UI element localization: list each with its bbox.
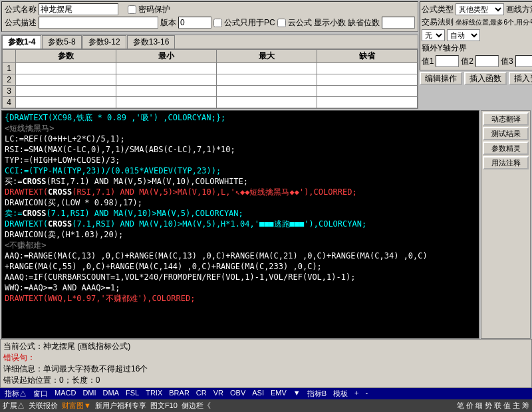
version-label: 版本 [160, 17, 176, 29]
missing-cell[interactable] [317, 63, 417, 74]
min-cell[interactable] [116, 74, 216, 86]
bottom-tabs-bar: 指标△窗口MACDDMIDMAFSLTRIXBRARCRVROBVASIEMV▼… [0, 388, 532, 399]
formula-desc-input[interactable] [39, 17, 158, 29]
row-num: 3 [3, 86, 16, 97]
max-cell[interactable] [216, 97, 317, 108]
bottom-tab[interactable]: 窗口 [31, 389, 50, 399]
bottom-tab[interactable]: CR [194, 389, 209, 399]
value1-input[interactable] [436, 55, 459, 67]
bottom-tab[interactable]: 指标△ [3, 389, 29, 399]
param-tab-1[interactable]: 参数1-4 [2, 35, 41, 49]
detail-info: 详细信息：单词最大字符数不得超过16个 [3, 363, 529, 375]
pc-only-checkbox[interactable] [213, 19, 222, 27]
bottom-tabs-container: 指标△窗口MACDDMIDMAFSLTRIXBRARCRVROBVASIEMV▼… [3, 389, 529, 399]
bottom-tab[interactable]: MACD [53, 389, 78, 399]
code-line: 卖:=CROSS(7.1,RSI) AND MA(V,10)>MA(V,5),C… [5, 208, 476, 219]
table-row: 4 [3, 97, 418, 108]
code-wrapper: {DRAWTEXT(XC98,铁底 * 0.89 ,'吸') ,COLORCYA… [1, 110, 479, 339]
bottom-tab[interactable]: FSL [124, 389, 141, 399]
row-num: 1 [3, 63, 16, 74]
value2-input[interactable] [475, 55, 499, 67]
nav-item[interactable]: 新用户福利专享 [95, 401, 146, 411]
direction-select[interactable]: 无 [422, 29, 445, 41]
max-cell[interactable] [216, 63, 317, 74]
bottom-tab[interactable]: ▼ [291, 389, 303, 399]
code-line: DRAWICON(买,(LOW * 0.98),17); [5, 197, 476, 208]
auto-select[interactable]: 自动 [447, 29, 480, 41]
nav-item[interactable]: 关联报价 [29, 401, 58, 411]
value2-label: 值2 [461, 56, 473, 67]
version-input[interactable] [178, 17, 211, 29]
code-line: DRAWICON(卖,(H*1.03),20); [5, 229, 476, 240]
bottom-tab[interactable]: 模板 [331, 389, 350, 399]
missing-cell[interactable] [317, 86, 417, 97]
right-tool-panel: 动态翻译 测试结果 参数精灵 用法注释 [481, 110, 531, 339]
bottom-tab[interactable]: VR [211, 389, 225, 399]
bottom-tab[interactable]: EMV [269, 389, 289, 399]
insert-resource-btn[interactable]: 插入资源 [509, 72, 532, 85]
param-cell[interactable] [16, 63, 116, 74]
table-row: 2 [3, 74, 418, 86]
params-table: 参数 最小 最大 缺省 1 2 3 4 [2, 49, 418, 108]
bottom-tab[interactable]: + [352, 389, 360, 399]
col-missing-header: 缺省 [317, 50, 417, 63]
left-upper: 公式名称 密码保护 公式描述 版本 公式只用于PC 云公式 显示小数 [1, 1, 418, 109]
toolbar-buttons-row: 编辑操作 插入函数 插入资源 引入公式 测试公式 [420, 72, 532, 85]
code-line: WWQ:=AAQ>=3 AND AAAQ>=1; [5, 282, 476, 293]
missing-cell[interactable] [317, 97, 417, 108]
bottom-tab[interactable]: OBV [228, 389, 247, 399]
code-line: AAQ:=RANGE(MA(C,13) ,0,C)+RANGE(MA(C,13)… [5, 251, 476, 261]
param-tab-4[interactable]: 参数13-16 [127, 35, 176, 49]
row-num: 2 [3, 74, 16, 86]
bottom-tab[interactable]: BRAR [167, 389, 192, 399]
usage-note-btn[interactable]: 用法注释 [483, 156, 529, 169]
nav-item[interactable]: 图文F10 [150, 401, 178, 411]
nav-item[interactable]: 扩展△ [3, 401, 25, 411]
current-formula-status: 当前公式：神龙摆尾 (画线指标公式) [3, 341, 529, 352]
dynamic-translate-btn[interactable]: 动态翻译 [483, 112, 529, 126]
param-cell[interactable] [16, 97, 116, 108]
max-cell[interactable] [216, 74, 317, 86]
error-position: 错误起始位置：0；长度：0 [3, 375, 529, 386]
value3-label: 值3 [501, 56, 513, 67]
bottom-tab[interactable]: 指标B [305, 389, 329, 399]
code-line: DRAWTEXT(WWQ,L*0.97,'不赚都难'),COLORRED; [5, 293, 476, 304]
nav-item[interactable]: 财富图▼ [62, 401, 91, 411]
min-cell[interactable] [116, 63, 216, 74]
param-tab-3[interactable]: 参数9-12 [82, 35, 126, 49]
value3-input[interactable] [515, 55, 532, 67]
formula-name-input[interactable] [39, 3, 118, 15]
min-cell[interactable] [116, 97, 216, 108]
right-upper: 公式类型 其他类型 画线方法 副图 交易法则 坐标线位置,最多6个,用分号分隔 … [420, 1, 532, 109]
cloud-checkbox[interactable] [277, 19, 286, 27]
insert-func-btn[interactable]: 插入函数 [464, 72, 507, 85]
code-line: <不赚都难> [5, 240, 476, 251]
col-num [3, 50, 16, 63]
pc-only-label: 公式只用于PC [224, 17, 275, 29]
bottom-tab[interactable]: - [363, 389, 370, 399]
bottom-tab[interactable]: DMA [101, 389, 121, 399]
password-protect-checkbox[interactable] [128, 5, 136, 14]
password-protect-label: 密码保护 [138, 4, 170, 15]
param-tab-2[interactable]: 参数5-8 [42, 35, 81, 49]
col-min-header: 最小 [116, 50, 216, 63]
min-cell[interactable] [116, 86, 216, 97]
code-editor[interactable]: {DRAWTEXT(XC98,铁底 * 0.89 ,'吸') ,COLORCYA… [1, 110, 479, 339]
param-cell[interactable] [16, 74, 116, 86]
bottom-tab[interactable]: TRIX [144, 389, 164, 399]
error-sentence: 错误句： [3, 352, 529, 363]
param-cell[interactable] [16, 86, 116, 97]
missing-cell[interactable] [317, 74, 417, 86]
decimal-input[interactable] [382, 17, 415, 29]
bottom-tab[interactable]: ASI [250, 389, 266, 399]
nav-item[interactable]: 侧边栏《 [182, 401, 211, 411]
params-section: 参数1-4 参数5-8 参数9-12 参数13-16 参数 最小 最大 缺省 [1, 35, 418, 109]
formula-type-select[interactable]: 其他类型 [456, 3, 504, 15]
draw-method-label: 画线方法 [506, 4, 532, 15]
trading-rules-label: 交易法则 [422, 17, 454, 28]
bottom-tab[interactable]: DMI [80, 389, 98, 399]
max-cell[interactable] [216, 86, 317, 97]
param-wizard-btn[interactable]: 参数精灵 [483, 142, 529, 155]
test-result-btn[interactable]: 测试结果 [483, 127, 529, 140]
edit-ops-btn[interactable]: 编辑操作 [420, 72, 462, 85]
